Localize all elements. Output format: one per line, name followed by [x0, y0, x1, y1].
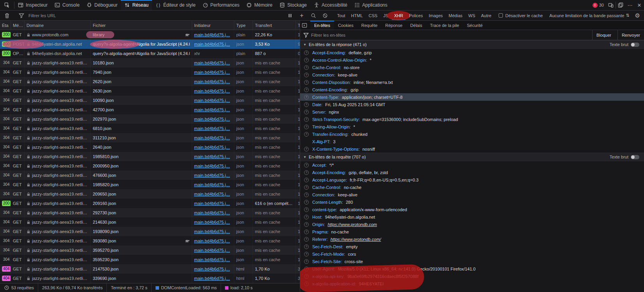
initiator-text[interactable]: main.bd4b6d75.j… [194, 220, 230, 224]
initiator-text[interactable]: main.bd4b6d75.j… [194, 210, 230, 215]
request-row[interactable]: 304GETjazzy-starlight-aeea19.netli…2620.… [0, 77, 300, 86]
request-row[interactable]: 200GETjazzy-starlight-aeea19.netli…20916… [0, 199, 300, 208]
header-help-icon[interactable]: ? [304, 230, 309, 234]
details-tab-cookies[interactable]: Cookies [334, 21, 357, 30]
column-header[interactable]: Fichier [91, 21, 192, 30]
request-row[interactable]: 304GETjazzy-starlight-aeea19.netli…10180… [0, 58, 300, 68]
header-row[interactable]: ?Content-Encoding:gzip [300, 86, 644, 93]
request-row[interactable]: 304GETjazzy-starlight-aeea19.netli…10090… [0, 96, 300, 105]
raw-text-toggle[interactable] [631, 155, 639, 159]
initiator-text[interactable]: main.bd4b6d75.j… [194, 98, 230, 103]
request-row[interactable]: 304GETjazzy-starlight-aeea19.netli…19858… [0, 152, 300, 161]
header-row[interactable]: ?Content-Type:application/json; charset=… [300, 93, 644, 101]
header-help-icon[interactable]: ? [304, 125, 309, 129]
initiator-text[interactable]: main.bd4b6d75.j… [194, 182, 230, 187]
initiator-text[interactable]: main.bd4b6d75.j… [194, 145, 230, 150]
resend-button[interactable]: Renvoyer [617, 30, 644, 40]
initiator-text[interactable]: main.bd4b6d75.j… [194, 70, 230, 75]
request-row[interactable]: 304GETjazzy-starlight-aeea19.netli…35952… [0, 255, 300, 264]
header-row[interactable]: ?Date:Fri, 15 Aug 2025 21:05:14 GMT [300, 101, 644, 108]
initiator-text[interactable]: main.bd4b6d75.j… [194, 192, 230, 196]
header-help-icon[interactable]: ? [304, 178, 309, 182]
tool-tab-applications[interactable]: Applications [351, 0, 391, 10]
filter-tab-polices[interactable]: Polices [407, 11, 425, 20]
filter-tab-css[interactable]: CSS [366, 11, 380, 20]
header-help-icon[interactable]: ? [304, 222, 309, 227]
collapse-triangle-icon[interactable]: ▼ [303, 43, 306, 46]
request-row[interactable]: 404GETjazzy-starlight-aeea19.netli…33969… [0, 274, 300, 283]
initiator-text[interactable]: main.bd4b6d75.j… [194, 32, 230, 37]
throttling-select[interactable]: Aucune limitation de la bande passante ⇅ [548, 13, 631, 18]
header-row[interactable]: ?Content-Disposition:inline; filename=a.… [300, 78, 644, 86]
column-header[interactable]: Domaine [25, 21, 91, 30]
header-row[interactable]: ?Referer:https://www.protondb.com/ [300, 235, 644, 243]
tool-tab-inspector[interactable]: Inspecteur [14, 0, 51, 10]
initiator-text[interactable]: main.bd4b6d75.j… [194, 135, 230, 140]
header-help-icon[interactable]: ? [304, 207, 309, 212]
details-tab-en-t-tes[interactable]: En-têtes [310, 21, 334, 30]
url-filter-input[interactable] [28, 13, 283, 18]
initiator-text[interactable]: main.bd4b6d75.j… [194, 248, 230, 253]
header-help-icon[interactable]: ? [304, 132, 309, 137]
header-help-icon[interactable]: ? [304, 281, 309, 286]
filter-tab-autre[interactable]: Autre [479, 11, 494, 20]
request-row[interactable]: 304GETjazzy-starlight-aeea19.netli…2640.… [0, 142, 300, 152]
headers-filter-input[interactable] [311, 33, 590, 37]
details-tab-r-ponse[interactable]: Réponse [381, 21, 406, 30]
tool-tab-memory[interactable]: Mémoire [243, 0, 276, 10]
request-row[interactable]: 304GETjazzy-starlight-aeea19.netli…47660… [0, 171, 300, 180]
header-row[interactable]: ?x-algolia-application-id:94HE6YATEI [300, 280, 644, 287]
header-row[interactable]: ?Connection:keep-alive [300, 191, 644, 198]
header-help-icon[interactable]: ? [304, 200, 309, 205]
column-header[interactable]: Type [234, 21, 253, 30]
column-header[interactable]: Transfert [253, 21, 296, 30]
menu-icon[interactable]: ⋯ [625, 0, 635, 10]
initiator-text[interactable]: main.bd4b6d75.j… [194, 173, 230, 178]
initiator-text[interactable]: main.bd4b6d75.j… [194, 201, 230, 206]
initiator-text[interactable]: main.bd4b6d75.j… [194, 257, 230, 262]
header-help-icon[interactable]: ? [304, 58, 309, 62]
tool-tab-console[interactable]: Console [51, 0, 83, 10]
request-row[interactable]: 304GETjazzy-starlight-aeea19.netli…20965… [0, 189, 300, 199]
close-icon[interactable]: ✕ [635, 0, 644, 10]
error-count-badge[interactable]: ! 30 [590, 0, 606, 10]
header-row[interactable]: ?Transfer-Encoding:chunked [300, 130, 644, 138]
tool-tab-style-editor[interactable]: { }Éditeur de style [152, 0, 199, 10]
request-row[interactable]: 304GETjazzy-starlight-aeea19.netli…21463… [0, 217, 300, 227]
header-row[interactable]: X-Alg-PT:3 [300, 138, 644, 145]
header-value[interactable]: https://www.protondb.com/ [331, 237, 381, 242]
header-help-icon[interactable]: ? [304, 215, 309, 219]
collapse-triangle-icon[interactable]: ▼ [303, 155, 306, 159]
initiator-text[interactable]: main.bd4b6d75.j… [194, 89, 230, 93]
request-row[interactable]: 304GETjazzy-starlight-aeea19.netli…29273… [0, 208, 300, 217]
initiator-text[interactable]: main.bd4b6d75.j… [194, 61, 230, 65]
initiator-text[interactable]: main.bd4b6d75.j… [194, 276, 230, 281]
column-header[interactable]: Mé… [11, 21, 25, 30]
header-help-icon[interactable]: ? [304, 185, 309, 190]
new-request-icon[interactable]: + [297, 12, 306, 19]
tool-tab-performance[interactable]: Performances [199, 0, 243, 10]
toggle-panes-icon[interactable] [302, 21, 307, 30]
request-row[interactable]: 304GETjazzy-starlight-aeea19.netli…7940.… [0, 68, 300, 77]
initiator-text[interactable]: main.bd4b6d75.j… [194, 154, 230, 159]
block-request-icon[interactable] [320, 13, 330, 18]
header-help-icon[interactable]: ? [304, 252, 309, 256]
header-row[interactable]: ?x-algolia-api-key:9ba0e69fb2974316cdaec… [300, 272, 644, 280]
header-help-icon[interactable]: ? [304, 192, 309, 197]
header-row[interactable]: ?Content-Length:280 [300, 198, 644, 206]
header-help-icon[interactable]: ? [304, 274, 309, 279]
header-row[interactable]: ?Access-Control-Allow-Origin:* [300, 56, 644, 64]
request-row[interactable]: 200OP…94he6yatei-dsn.algolia.netquery?x-… [0, 49, 300, 58]
request-row[interactable]: 304GETjazzy-starlight-aeea19.netli…19380… [0, 227, 300, 236]
request-headers-section-header[interactable]: ▼En-têtes de la requête (707 o)Texte bru… [300, 153, 644, 161]
header-help-icon[interactable]: ? [304, 237, 309, 242]
initiator-text[interactable]: main.bd4b6d75.j… [194, 107, 230, 112]
response-headers-section-header[interactable]: ▼En-têtes de la réponse (471 o)Texte bru… [300, 40, 644, 49]
header-row[interactable]: ?Server:nginx [300, 108, 644, 116]
initiator-text[interactable]: main.bd4b6d75.j… [194, 126, 230, 131]
details-tab-requ-te[interactable]: Requête [357, 21, 382, 30]
request-row[interactable]: 304GETjazzy-starlight-aeea19.netli…31121… [0, 133, 300, 142]
header-value[interactable]: https://www.protondb.com [327, 222, 377, 227]
tool-tab-network[interactable]: Réseau [121, 0, 152, 10]
header-help-icon[interactable]: ? [304, 73, 309, 77]
